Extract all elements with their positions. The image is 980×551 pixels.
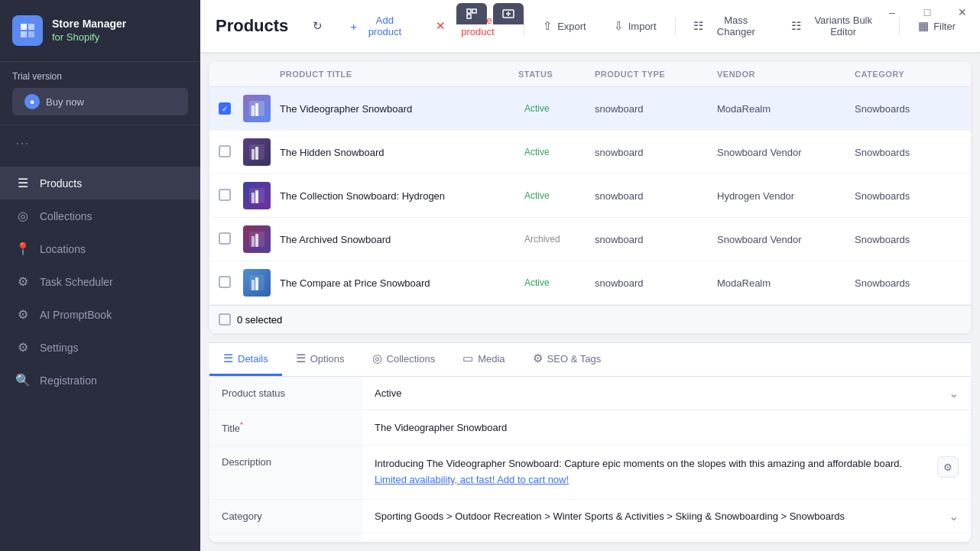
minimize-button[interactable]: –: [875, 0, 910, 24]
variants-label: Variants Bulk Editor: [806, 15, 881, 37]
svg-rect-21: [251, 280, 255, 290]
menu-dots: ⋯: [0, 125, 200, 160]
import-button[interactable]: ⇩ Import: [605, 14, 666, 38]
selected-count-label: 0 selected: [237, 314, 282, 326]
title-label: Title*: [209, 410, 362, 445]
product-title: The Videographer Snowboard: [280, 103, 518, 115]
trial-section: Trial version ● Buy now: [0, 62, 200, 125]
svg-rect-13: [255, 147, 258, 160]
ai-icon: ⚙: [15, 307, 31, 322]
table-row[interactable]: The Compare at Price Snowboard Active sn…: [209, 261, 971, 305]
mass-changer-label: Mass Changer: [708, 15, 764, 37]
product-status: Active: [518, 101, 595, 116]
table-row[interactable]: The Hidden Snowboard Active snowboard Sn…: [209, 131, 971, 174]
product-thumbnail: [243, 138, 280, 166]
task-scheduler-icon: ⚙: [15, 274, 31, 289]
svg-rect-9: [251, 105, 255, 116]
tab-options[interactable]: ☰ Options: [282, 343, 359, 376]
sidebar-products-label: Products: [40, 177, 82, 190]
product-category: Snowboards: [855, 234, 962, 245]
sidebar-collections-label: Collections: [40, 210, 92, 222]
add-product-button[interactable]: + Add product: [341, 9, 417, 43]
sidebar-task-label: Task Scheduler: [40, 276, 113, 288]
details-tab-icon: ☰: [223, 352, 233, 365]
tab-collections-label: Collections: [387, 353, 436, 365]
table-row[interactable]: The Collection Snowboard: Hydrogen Activ…: [209, 174, 971, 218]
product-status: Archived: [518, 232, 595, 247]
svg-rect-22: [255, 277, 258, 290]
products-icon: ☰: [15, 176, 31, 190]
seo-tab-icon: ⚙: [533, 352, 543, 365]
sidebar-item-task-scheduler[interactable]: ⚙ Task Scheduler: [0, 265, 200, 298]
add-product-label: Add product: [362, 15, 407, 37]
trial-label: Trial version: [12, 71, 188, 82]
main-content: Products ↻ + Add product ✕ Delete produc…: [200, 0, 980, 551]
detail-row-description: Description Introducing The Videographer…: [209, 446, 971, 500]
refresh-icon: ↻: [313, 19, 323, 33]
detail-row-vendor: Vendor* ModaRealm ⌄: [209, 533, 971, 542]
media-tab-icon: ▭: [462, 352, 473, 365]
category-value: Sporting Goods > Outdoor Recreation > Wi…: [362, 500, 971, 533]
tab-media[interactable]: ▭ Media: [449, 343, 518, 376]
mass-changer-icon: ☷: [693, 19, 703, 33]
tab-seo-tags[interactable]: ⚙ SEO & Tags: [519, 343, 615, 376]
description-edit-button[interactable]: ⚙: [937, 456, 959, 478]
buy-now-label: Buy now: [46, 96, 84, 108]
title-bar-btn-1[interactable]: [456, 3, 487, 24]
app-name-line1: Store Manager: [52, 17, 126, 31]
maximize-button[interactable]: □: [910, 0, 945, 24]
selection-bar: 0 selected: [209, 305, 971, 333]
svg-rect-18: [251, 236, 255, 247]
refresh-button[interactable]: ↻: [303, 14, 332, 38]
row-checkbox[interactable]: [219, 232, 243, 247]
page-title: Products: [216, 16, 288, 36]
table-row[interactable]: ✓ The Videographer Snowboard Active snow…: [209, 87, 971, 131]
row-checkbox[interactable]: ✓: [219, 102, 243, 115]
table-row[interactable]: The Archived Snowboard Archived snowboar…: [209, 218, 971, 261]
table-header: PRODUCT TITLE STATUS PRODUCT TYPE VENDOR…: [209, 62, 971, 87]
import-label: Import: [628, 21, 657, 32]
description-label: Description: [209, 446, 362, 499]
product-status: Active: [518, 144, 595, 160]
category-text: Sporting Goods > Outdoor Recreation > Wi…: [375, 510, 845, 522]
category-dropdown-arrow[interactable]: ⌄: [949, 509, 959, 523]
select-all-checkbox[interactable]: [219, 313, 231, 326]
tab-details[interactable]: ☰ Details: [209, 343, 282, 376]
description-link[interactable]: Limited availability, act fast! Add to c…: [375, 474, 569, 485]
sidebar-item-ai-promptbook[interactable]: ⚙ AI PromptBook: [0, 298, 200, 331]
product-category: Snowboards: [855, 147, 962, 158]
tab-collections[interactable]: ◎ Collections: [359, 343, 449, 376]
product-title: The Archived Snowboard: [280, 234, 518, 245]
buy-now-button[interactable]: ● Buy now: [12, 88, 188, 115]
locations-icon: 📍: [15, 241, 31, 256]
title-required: *: [240, 421, 243, 429]
products-table: PRODUCT TITLE STATUS PRODUCT TYPE VENDOR…: [209, 62, 971, 333]
row-checkbox[interactable]: [219, 189, 243, 203]
sidebar-item-registration[interactable]: 🔍 Registration: [0, 364, 200, 397]
row-checkbox[interactable]: [219, 276, 243, 290]
product-status: Active: [518, 275, 595, 290]
status-label: Product status: [209, 377, 362, 410]
export-icon: ⇧: [543, 19, 553, 33]
title-value: The Videographer Snowboard: [362, 410, 971, 445]
sidebar-item-products[interactable]: ☰ Products: [0, 167, 200, 199]
product-vendor: Snowboard Vendor: [717, 234, 855, 245]
mass-changer-button[interactable]: ☷ Mass Changer: [684, 9, 773, 43]
sidebar-item-locations[interactable]: 📍 Locations: [0, 232, 200, 265]
tab-seo-label: SEO & Tags: [547, 353, 602, 365]
registration-icon: 🔍: [15, 373, 31, 387]
sidebar-item-settings[interactable]: ⚙ Settings: [0, 331, 200, 364]
title-bar-btn-2[interactable]: [493, 3, 524, 24]
detail-row-title: Title* The Videographer Snowboard: [209, 410, 971, 446]
sidebar-item-collections[interactable]: ◎ Collections: [0, 199, 200, 232]
options-tab-icon: ☰: [296, 352, 306, 365]
row-checkbox[interactable]: [219, 145, 243, 160]
product-thumbnail: [243, 225, 280, 253]
svg-rect-15: [251, 193, 255, 203]
buy-icon: ●: [24, 94, 40, 109]
toolbar: Products ↻ + Add product ✕ Delete produc…: [200, 0, 980, 53]
col-status: STATUS: [518, 70, 595, 79]
export-button[interactable]: ⇧ Export: [534, 14, 595, 38]
status-dropdown-arrow[interactable]: ⌄: [949, 386, 959, 400]
close-button[interactable]: ✕: [945, 0, 980, 24]
